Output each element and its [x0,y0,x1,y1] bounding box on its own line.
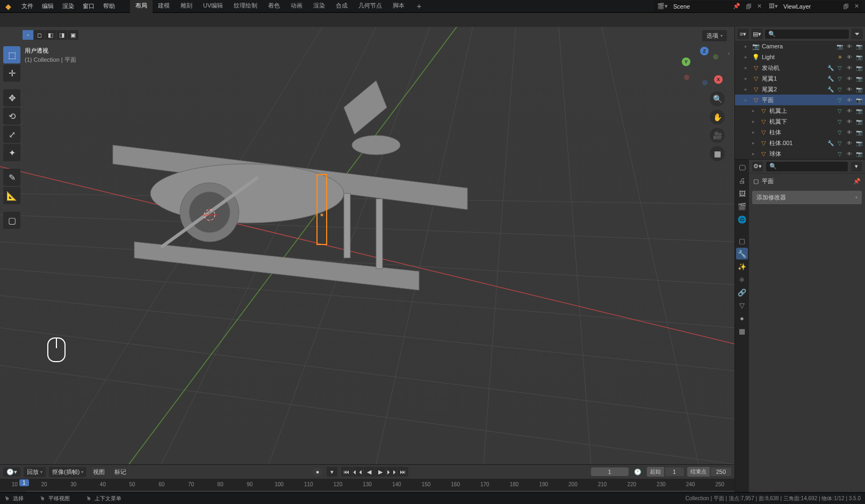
render-toggle-icon[interactable]: 📷 [855,53,863,61]
nav-axis-x[interactable]: X [714,75,723,84]
prop-tab-modifiers[interactable]: 🔧 [736,248,748,260]
tab-rendering[interactable]: 渲染 [308,0,330,13]
nav-axis-neg-y[interactable] [713,54,718,60]
object-name[interactable]: 球体 [769,150,834,158]
mesh-badge-icon[interactable]: ▽ [836,64,844,71]
select-mode-5[interactable]: ▣ [68,30,78,40]
nav-ortho-icon[interactable]: ▦ [710,146,725,161]
prop-tab-mesh[interactable]: ▽ [736,299,748,311]
disclosure-icon[interactable]: ▸ [752,140,758,146]
viewlayer-icon[interactable]: 🖽▾ [766,3,781,10]
prop-tab-object[interactable]: ▢ [736,235,748,247]
viewlayer-new-icon[interactable]: 🗐 [840,3,852,10]
viewport-options-button[interactable]: 选项 ▾ [702,30,727,41]
render-toggle-icon[interactable]: 📷 [855,107,863,114]
frame-end[interactable]: 结束点 250 [687,467,731,477]
end-value[interactable]: 250 [711,467,731,476]
disclosure-icon[interactable]: ▸ [745,87,750,92]
render-toggle-icon[interactable]: 📷 [855,64,863,71]
menu-window[interactable]: 窗口 [78,1,99,12]
tab-sculpt[interactable]: 雕刻 [175,0,198,13]
tool-measure[interactable]: 📐 [3,187,20,204]
play-forward[interactable]: ▶ [375,467,386,477]
render-toggle-icon[interactable]: 📷 [855,118,863,125]
mesh-badge-icon[interactable]: ▽ [836,75,844,82]
timeline-menu-view[interactable]: 视图 [90,466,108,478]
scene-pin-icon[interactable]: 📌 [730,3,743,10]
render-toggle-icon[interactable]: 📷 [855,150,863,157]
render-toggle-icon[interactable]: 📷 [855,75,863,82]
visibility-eye-icon[interactable]: 👁 [846,150,853,157]
visibility-eye-icon[interactable]: 👁 [846,85,853,93]
viewlayer-name[interactable]: ViewLayer [781,2,840,11]
render-toggle-icon[interactable]: 📷 [855,139,863,147]
play-reverse[interactable]: ◀ [364,467,374,477]
scene-delete-icon[interactable]: ✕ [754,3,765,10]
tool-select-box[interactable]: ⬚ [3,46,20,63]
mesh-badge-icon[interactable]: ▽ [836,128,844,136]
visibility-eye-icon[interactable]: 👁 [846,128,853,136]
outliner-editor-type[interactable]: ≡▾ [737,28,749,39]
disclosure-icon[interactable]: ▸ [745,97,750,103]
select-mode-4[interactable]: ◨ [56,30,67,40]
object-name[interactable]: Light [762,54,834,60]
object-name[interactable]: 发动机 [762,64,825,72]
outliner-row[interactable]: ▸▽尾翼1🔧▽👁📷 [735,73,865,84]
prop-tab-render[interactable]: 🖵 [736,162,748,174]
add-modifier-button[interactable]: 添加修改器 ▾ [752,191,862,204]
prop-tab-texture[interactable]: ▦ [736,325,748,337]
timeline-menu-marker[interactable]: 标记 [111,466,129,478]
timeline-playback[interactable]: 回放▾ [24,467,46,477]
tab-shading[interactable]: 着色 [263,0,285,13]
timeline-editor-type[interactable]: 🕐▾ [3,467,20,477]
visibility-eye-icon[interactable]: 👁 [846,42,853,50]
tool-move[interactable]: ✥ [3,89,20,106]
nav-axis-neg-z[interactable] [702,80,708,85]
tab-uv[interactable]: UV编辑 [198,0,228,13]
current-frame-field[interactable]: 1 [591,467,629,476]
select-mode-2[interactable]: ◻ [34,30,45,40]
wrench-badge-icon[interactable]: 🔧 [827,85,834,93]
disclosure-icon[interactable]: ▸ [752,151,758,156]
visibility-eye-icon[interactable]: 👁 [846,139,853,147]
autokey-dropdown[interactable]: ▾ [327,467,337,477]
tool-annotate[interactable]: ✎ [3,169,20,186]
tab-layout[interactable]: 布局 [130,0,153,13]
render-toggle-icon[interactable]: 📷 [855,42,863,50]
nav-pan-icon[interactable]: ✋ [710,110,725,125]
menu-help[interactable]: 帮助 [99,1,119,12]
wrench-badge-icon[interactable]: 🔧 [827,75,834,82]
disclosure-icon[interactable]: ▸ [752,108,758,113]
tab-geonodes[interactable]: 几何节点 [353,0,387,13]
play-jump-end[interactable]: ⏭ [398,467,408,477]
tab-anim[interactable]: 动画 [285,0,308,13]
select-mode-3[interactable]: ◧ [45,30,56,40]
viewlayer-selector[interactable]: 🖽▾ ViewLayer 🗐 ✕ [766,1,862,12]
visibility-eye-icon[interactable]: 👁 [846,64,853,71]
menu-render[interactable]: 渲染 [58,1,78,12]
mesh-badge-icon[interactable]: ▽ [836,118,844,125]
breadcrumb-name[interactable]: 平面 [762,177,774,185]
frame-start[interactable]: 起始 1 [647,467,684,477]
prop-tab-physics[interactable]: ⚛ [736,273,748,285]
nav-camera-icon[interactable]: 🎥 [710,128,725,143]
mesh-badge-icon[interactable]: ▽ [836,139,844,147]
render-toggle-icon[interactable]: 📷 [855,85,863,93]
prop-tab-scene[interactable]: 🎬 [736,200,748,212]
tool-scale[interactable]: ⤢ [3,126,20,143]
object-name[interactable]: 柱体 [769,128,834,136]
mesh-badge-icon[interactable]: ▽ [836,150,844,157]
prop-tab-constraints[interactable]: 🔗 [736,286,748,298]
outliner-row[interactable]: ▸▽尾翼2🔧▽👁📷 [735,84,865,95]
start-value[interactable]: 1 [665,467,684,476]
outliner-row[interactable]: ▸▽发动机🔧▽👁📷 [735,62,865,73]
property-options-icon[interactable]: ⚙▾ [752,162,763,171]
prop-tab-particles[interactable]: ✨ [736,261,748,272]
wrench-badge-icon[interactable]: 🔧 [827,139,834,147]
outliner-row[interactable]: ▸▽机翼下▽👁📷 [735,116,865,127]
outliner-search[interactable]: 🔍 [765,30,849,39]
property-search[interactable]: 🔍 [766,162,848,171]
nav-axis-y[interactable]: Y [682,57,690,66]
outliner-display-mode[interactable]: ▤▾ [751,28,763,39]
prop-tab-material[interactable]: ● [736,312,748,324]
